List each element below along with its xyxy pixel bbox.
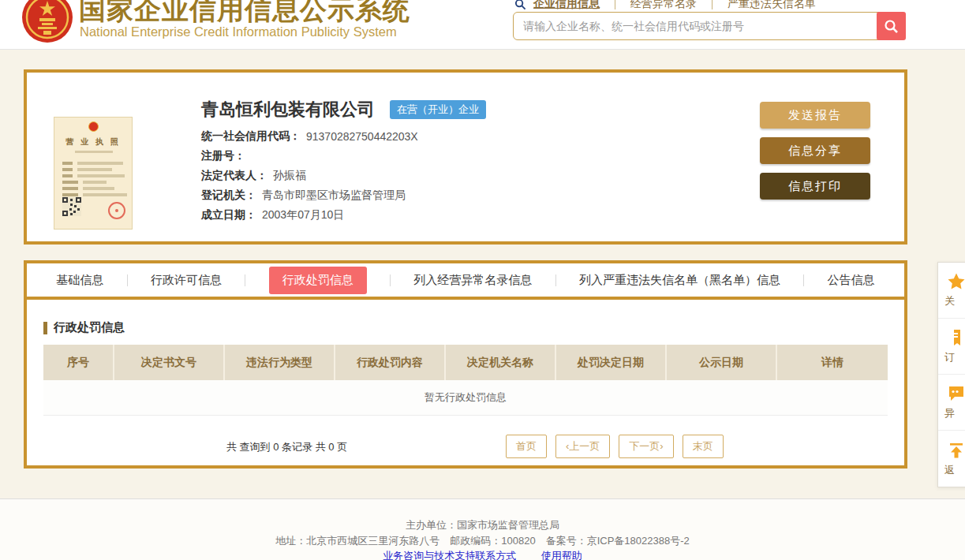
section-heading: 行政处罚信息 bbox=[43, 320, 125, 335]
col-serial-number: 序号 bbox=[43, 345, 114, 380]
license-title: 营 业 执 照 bbox=[54, 136, 132, 147]
national-emblem-logo bbox=[21, 0, 73, 43]
star-icon bbox=[947, 272, 965, 291]
pagination: 首页 ‹上一页 下一页› 末页 bbox=[506, 435, 724, 458]
page: 国家企业信用信息公示系统 National Enterprise Credit … bbox=[0, 0, 965, 560]
first-page-button[interactable]: 首页 bbox=[506, 435, 547, 458]
col-penalty-content: 行政处罚内容 bbox=[335, 345, 446, 380]
search-icon bbox=[884, 19, 899, 34]
nav-link-abnormal-operations[interactable]: 经营异常名录 bbox=[630, 0, 697, 11]
side-item-objection[interactable]: 异 bbox=[938, 375, 965, 431]
nav-separator bbox=[712, 0, 713, 9]
tab-abnormal-operations-list[interactable]: 列入经营异常名录信息 bbox=[413, 273, 532, 288]
search-icon bbox=[514, 0, 526, 10]
top-nav: 企业信用信息 经营异常名录 严重违法失信名单 bbox=[514, 0, 816, 11]
footer-link-support-contact[interactable]: 业务咨询与技术支持联系方式 bbox=[383, 550, 516, 560]
last-page-button[interactable]: 末页 bbox=[683, 435, 724, 458]
tab-serious-violations-blacklist[interactable]: 列入严重违法失信名单（黑名单）信息 bbox=[579, 273, 780, 288]
next-page-button[interactable]: 下一页› bbox=[619, 435, 673, 458]
side-item-back-to-top[interactable]: 返 bbox=[938, 431, 965, 487]
search-input[interactable] bbox=[513, 12, 906, 40]
col-details: 详情 bbox=[777, 345, 888, 380]
side-item-follow[interactable]: 关 bbox=[938, 263, 965, 319]
info-share-button[interactable]: 信息分享 bbox=[760, 137, 870, 164]
field-credit-code: 统一社会信用代码： 91370282750442203X bbox=[201, 126, 418, 146]
field-registration-number: 注册号： bbox=[201, 146, 418, 166]
company-card: 营 业 执 照 青岛恒利包装有限公司 在营（开业）企业 bbox=[24, 69, 907, 245]
table-header-row: 序号 决定书文号 违法行为类型 行政处罚内容 决定机关名称 处罚决定日期 公示日… bbox=[43, 345, 888, 380]
tab-separator bbox=[390, 274, 391, 286]
license-emblem-icon bbox=[88, 121, 99, 132]
floating-side-panel: 关 订 异 返 bbox=[937, 262, 965, 487]
footer-address: 地址：北京市西城区三里河东路八号 邮政编码：100820 备案号：京ICP备18… bbox=[0, 534, 965, 548]
col-violation-type: 违法行为类型 bbox=[225, 345, 335, 380]
message-icon bbox=[947, 384, 965, 403]
prev-page-button[interactable]: ‹上一页 bbox=[555, 435, 610, 458]
col-decision-doc-number: 决定书文号 bbox=[114, 345, 225, 380]
company-name: 青岛恒利包装有限公司 bbox=[201, 98, 375, 121]
footer-organizer: 主办单位：国家市场监督管理总局 bbox=[0, 518, 965, 532]
license-seal bbox=[108, 202, 125, 219]
info-print-button[interactable]: 信息打印 bbox=[760, 173, 870, 200]
tab-administrative-license[interactable]: 行政许可信息 bbox=[151, 273, 222, 288]
company-actions: 发送报告 信息分享 信息打印 bbox=[760, 102, 870, 208]
tab-administrative-penalty[interactable]: 行政处罚信息 bbox=[269, 267, 367, 294]
table-empty-message: 暂无行政处罚信息 bbox=[43, 380, 888, 416]
tab-basic-info[interactable]: 基础信息 bbox=[56, 273, 103, 288]
side-item-subscribe[interactable]: 订 bbox=[938, 319, 965, 375]
send-report-button[interactable]: 发送报告 bbox=[760, 102, 870, 129]
nav-separator bbox=[615, 0, 615, 9]
tab-bar: 基础信息 行政许可信息 行政处罚信息 列入经营异常名录信息 列入严重违法失信名单… bbox=[27, 263, 904, 300]
search-button[interactable] bbox=[877, 12, 906, 40]
business-license-image: 营 业 执 照 bbox=[54, 117, 133, 230]
footer-link-help[interactable]: 使用帮助 bbox=[541, 550, 582, 560]
field-establishment-date: 成立日期： 2003年07月10日 bbox=[201, 205, 418, 225]
company-fields: 统一社会信用代码： 91370282750442203X 注册号： 法定代表人：… bbox=[201, 126, 418, 225]
col-penalty-decision-date: 处罚决定日期 bbox=[556, 345, 667, 380]
pagination-summary: 共 查询到 0 条记录 共 0 页 bbox=[226, 440, 347, 454]
penalty-table: 序号 决定书文号 违法行为类型 行政处罚内容 决定机关名称 处罚决定日期 公示日… bbox=[43, 345, 888, 416]
tab-separator bbox=[127, 274, 128, 286]
status-badge: 在营（开业）企业 bbox=[390, 100, 486, 119]
col-publicity-date: 公示日期 bbox=[667, 345, 777, 380]
search-bar bbox=[513, 12, 906, 40]
tab-announcements[interactable]: 公告信息 bbox=[828, 273, 875, 288]
license-qr-code bbox=[62, 197, 81, 216]
col-decision-authority: 决定机关名称 bbox=[446, 345, 556, 380]
footer: 主办单位：国家市场监督管理总局 地址：北京市西城区三里河东路八号 邮政编码：10… bbox=[0, 498, 965, 560]
header: 国家企业信用信息公示系统 National Enterprise Credit … bbox=[0, 0, 965, 50]
nav-link-enterprise-credit[interactable]: 企业信用信息 bbox=[533, 0, 600, 11]
tab-separator bbox=[555, 274, 556, 286]
footer-links: 业务咨询与技术支持联系方式 使用帮助 bbox=[0, 549, 965, 560]
nav-link-serious-violations[interactable]: 严重违法失信名单 bbox=[727, 0, 816, 11]
subscribe-icon bbox=[947, 328, 965, 347]
tab-separator bbox=[245, 274, 245, 286]
site-subtitle: National Enterprise Credit Information P… bbox=[80, 24, 397, 39]
field-legal-representative: 法定代表人： 孙振福 bbox=[201, 166, 418, 185]
tab-separator bbox=[803, 274, 804, 286]
detail-card: 基础信息 行政许可信息 行政处罚信息 列入经营异常名录信息 列入严重违法失信名单… bbox=[24, 260, 907, 469]
back-to-top-icon bbox=[947, 441, 965, 460]
heading-bar bbox=[43, 322, 47, 334]
field-registration-authority: 登记机关： 青岛市即墨区市场监督管理局 bbox=[201, 185, 418, 205]
